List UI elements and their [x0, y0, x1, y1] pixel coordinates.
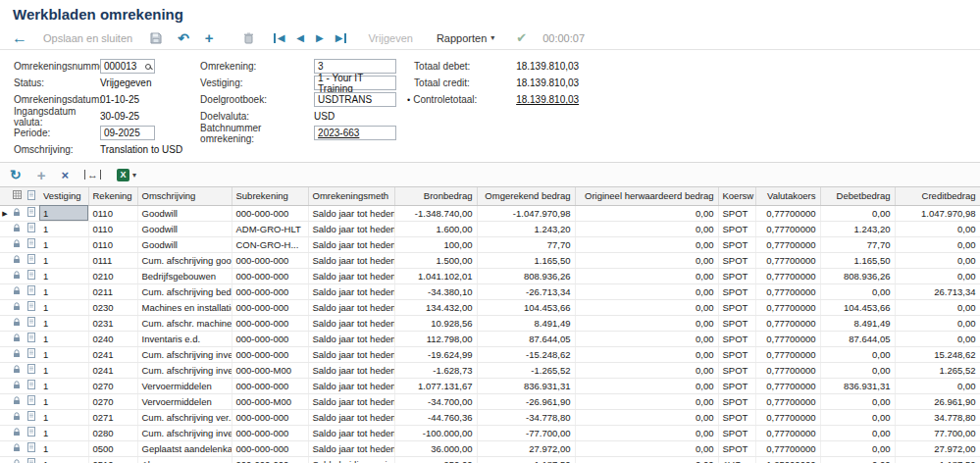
cell-debetbedrag[interactable]: 836.931,31 — [820, 378, 895, 393]
cell-creditbedrag[interactable]: 0,00 — [895, 236, 980, 252]
table-row[interactable]: 10270Vervoermiddelen000-000-000Saldo jaa… — [0, 378, 980, 393]
cell-omschrijving[interactable]: Geplaatst aandelenka... — [137, 440, 232, 456]
cell-creditbedrag[interactable]: 0,00 — [895, 268, 980, 283]
document-icon[interactable] — [24, 393, 39, 409]
cell-omgerekend-bedrag[interactable]: -1.187,50 — [477, 456, 575, 463]
cell-vestiging[interactable]: 1 — [39, 331, 88, 346]
cell-koersw[interactable]: SPOT — [718, 393, 755, 409]
cell-creditbedrag[interactable]: 77.700,00 — [895, 425, 980, 440]
controletotaal-value[interactable]: 18.139.810,03 — [492, 94, 579, 105]
cell-rekening[interactable]: 0111 — [88, 252, 137, 268]
cell-origineel-herwaardeerd-bedrag[interactable]: 0,00 — [575, 331, 718, 346]
cell-koersw[interactable]: SPOT — [718, 331, 755, 346]
cell-bronbedrag[interactable]: 36.000,00 — [394, 440, 477, 456]
cell-debetbedrag[interactable]: 104.453,66 — [820, 299, 895, 315]
cell-rekening[interactable]: 0110 — [88, 205, 137, 221]
cell-rekening[interactable]: 0241 — [88, 346, 137, 362]
cell-omrekeningsmeth[interactable]: Saldo jaar tot heden — [308, 268, 394, 283]
cell-omrekeningsmeth[interactable]: Saldo huidige periode — [308, 456, 394, 463]
cell-debetbedrag[interactable]: 0,00 — [820, 440, 895, 456]
document-icon[interactable] — [24, 346, 39, 362]
cell-omschrijving[interactable]: Goodwill — [137, 221, 232, 236]
cell-omschrijving[interactable]: Goodwill — [137, 236, 232, 252]
cell-omschrijving[interactable]: Cum. afschrijving bed... — [137, 283, 232, 299]
cell-subrekening[interactable]: 000-000-000 — [232, 456, 308, 463]
cell-subrekening[interactable]: 000-000-000 — [232, 252, 308, 268]
cell-creditbedrag[interactable]: 15.248,62 — [895, 346, 980, 362]
cell-origineel-herwaardeerd-bedrag[interactable]: 0,00 — [575, 315, 718, 331]
table-row[interactable]: 10270Vervoermiddelen000-000-M00Saldo jaa… — [0, 393, 980, 409]
cell-valutakoers[interactable]: 0,77700000 — [755, 362, 820, 378]
reports-button[interactable]: Rapporten ▾ — [437, 32, 494, 44]
cell-vestiging[interactable]: 1 — [39, 283, 88, 299]
cell-bronbedrag[interactable]: -44.760,36 — [394, 409, 477, 425]
cell-origineel-herwaardeerd-bedrag[interactable]: 0,00 — [575, 393, 718, 409]
cell-vestiging[interactable]: 1 — [39, 362, 88, 378]
new-icon[interactable]: + — [205, 29, 214, 46]
delete-row-icon[interactable]: × — [62, 168, 70, 182]
table-row[interactable]: 10241Cum. afschrijving inve...000-000-00… — [0, 346, 980, 362]
document-icon[interactable] — [24, 283, 39, 299]
cell-rekening[interactable]: 0510 — [88, 456, 137, 463]
document-icon[interactable] — [24, 315, 39, 331]
cell-subrekening[interactable]: 000-000-000 — [232, 425, 308, 440]
cell-valutakoers[interactable]: 0,77700000 — [755, 299, 820, 315]
cell-vestiging[interactable]: 1 — [39, 409, 88, 425]
cell-omrekeningsmeth[interactable]: Saldo jaar tot heden — [308, 440, 394, 456]
cell-debetbedrag[interactable]: 8.491,49 — [820, 315, 895, 331]
cell-koersw[interactable]: SPOT — [718, 299, 755, 315]
table-row[interactable]: 10231Cum. afschr. machine...000-000-000S… — [0, 315, 980, 331]
document-icon[interactable] — [24, 440, 39, 456]
save-icon[interactable] — [150, 32, 162, 44]
cell-bronbedrag[interactable]: 10.928,56 — [394, 315, 477, 331]
cell-omrekeningsmeth[interactable]: Saldo jaar tot heden — [308, 252, 394, 268]
cell-koersw[interactable]: SPOT — [718, 252, 755, 268]
cell-omgerekend-bedrag[interactable]: -26.713,34 — [477, 283, 575, 299]
cell-bronbedrag[interactable]: -34.380,10 — [394, 283, 477, 299]
cell-rekening[interactable]: 0230 — [88, 299, 137, 315]
cell-debetbedrag[interactable]: 0,00 — [820, 283, 895, 299]
cell-valutakoers[interactable]: 0,77700000 — [755, 252, 820, 268]
cell-rekening[interactable]: 0240 — [88, 331, 137, 346]
column-header-vestiging[interactable]: Vestiging — [39, 187, 88, 205]
undo-icon[interactable]: ↶ — [178, 30, 189, 46]
cell-origineel-herwaardeerd-bedrag[interactable]: 0,00 — [575, 456, 718, 463]
cell-omgerekend-bedrag[interactable]: 87.644,05 — [477, 331, 575, 346]
cell-omschrijving[interactable]: Algemene reserve — [137, 456, 232, 463]
cell-omschrijving[interactable]: Cum. afschrijving inve... — [137, 346, 232, 362]
cell-omschrijving[interactable]: Cum. afschrijving inve... — [137, 362, 232, 378]
cell-omgerekend-bedrag[interactable]: -1.265,52 — [477, 362, 575, 378]
cell-koersw[interactable]: SPOT — [718, 205, 755, 221]
cell-creditbedrag[interactable]: 1.265,52 — [895, 362, 980, 378]
cell-subrekening[interactable]: 000-000-000 — [232, 346, 308, 362]
cell-rekening[interactable]: 0270 — [88, 393, 137, 409]
document-icon[interactable] — [24, 362, 39, 378]
back-icon[interactable]: ← — [12, 29, 27, 47]
cell-vestiging[interactable]: 1 — [39, 221, 88, 236]
cell-rekening[interactable]: 0231 — [88, 315, 137, 331]
cell-valutakoers[interactable]: 0,77700000 — [755, 315, 820, 331]
cell-subrekening[interactable]: 000-000-000 — [232, 205, 308, 221]
cell-omgerekend-bedrag[interactable]: -34.778,80 — [477, 409, 575, 425]
table-row[interactable]: 10500Geplaatst aandelenka...000-000-000S… — [0, 440, 980, 456]
cell-vestiging[interactable]: 1 — [39, 268, 88, 283]
refresh-icon[interactable]: ↻ — [10, 167, 22, 182]
column-header-debetbedrag[interactable]: Debetbedrag — [820, 187, 895, 205]
first-record-icon[interactable]: ◀ — [274, 33, 285, 43]
cell-creditbedrag[interactable]: 0,00 — [895, 252, 980, 268]
cell-valutakoers[interactable]: 0,77700000 — [755, 221, 820, 236]
cell-valutakoers[interactable]: 0,77700000 — [755, 205, 820, 221]
cell-subrekening[interactable]: 000-000-000 — [232, 283, 308, 299]
cell-origineel-herwaardeerd-bedrag[interactable]: 0,00 — [575, 362, 718, 378]
cell-omrekeningsmeth[interactable]: Saldo jaar tot heden — [308, 425, 394, 440]
table-row[interactable]: 10271Cum. afschrijving ver...000-000-000… — [0, 409, 980, 425]
cell-bronbedrag[interactable]: 100,00 — [394, 236, 477, 252]
cell-omrekeningsmeth[interactable]: Saldo jaar tot heden — [308, 409, 394, 425]
cell-creditbedrag[interactable]: 1.187,50 — [895, 456, 980, 463]
cell-bronbedrag[interactable]: 1.077.131,67 — [394, 378, 477, 393]
cell-omgerekend-bedrag[interactable]: 104.453,66 — [477, 299, 575, 315]
cell-valutakoers[interactable]: 0,77700000 — [755, 378, 820, 393]
cell-omschrijving[interactable]: Cum. afschr. machine... — [137, 315, 232, 331]
cell-subrekening[interactable]: 000-000-000 — [232, 299, 308, 315]
delete-icon[interactable] — [243, 32, 254, 44]
